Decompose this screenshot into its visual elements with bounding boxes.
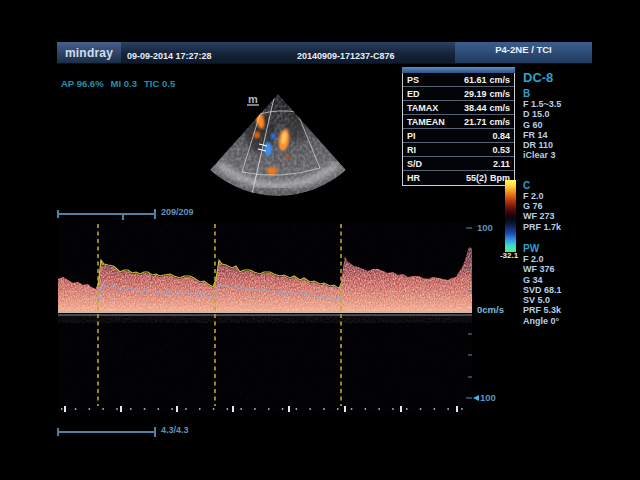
- bmode-sector: [200, 88, 360, 206]
- orientation-marker-text: m: [248, 93, 258, 105]
- datetime-label: 09-09-2014 17:27:28: [127, 51, 212, 61]
- parameter-item: G 60: [523, 120, 598, 130]
- parameter-item: SV 5.0: [523, 295, 598, 305]
- ap-value: AP 96.6%: [61, 78, 104, 89]
- measurement-row: TAMAX 38.44 cm/s: [403, 101, 514, 115]
- measurement-value: 61.61: [464, 75, 487, 85]
- parameter-item: G 34: [523, 275, 598, 285]
- measurement-value: 0.84: [492, 131, 510, 141]
- cine-track[interactable]: [58, 213, 155, 215]
- measurement-label: TAMEAN: [407, 117, 445, 127]
- measurement-row: RI 0.53: [403, 143, 514, 157]
- section-title-pw: PW: [523, 243, 598, 254]
- measurement-label: HR: [407, 173, 420, 183]
- parameter-item: iClear 3: [523, 150, 598, 160]
- probe-exam-label: P4-2NE / TCI: [495, 44, 552, 55]
- measurement-value: 2.11: [493, 159, 510, 169]
- measurement-unit: cm/s: [489, 75, 510, 85]
- measurement-row: PI 0.84: [403, 129, 514, 143]
- scale-arrow-icon: [473, 395, 479, 401]
- color-parameter-section: C F 2.0G 76WF 273PRF 1.7k: [523, 180, 598, 232]
- measurement-row: PS 61.61 cm/s: [403, 73, 514, 87]
- acoustic-output-readout: AP 96.6%MI 0.3TIC 0.5: [61, 78, 182, 89]
- measurement-unit: cm/s: [489, 89, 510, 99]
- color-velocity-bar: [505, 180, 516, 252]
- ultrasound-screen: mindray P4-2NE / TCI 09-09-2014 17:27:28…: [0, 0, 640, 480]
- background-noise: [58, 222, 472, 406]
- parameter-item: F 1.5~3.5: [523, 99, 598, 109]
- measurement-value: 29.19: [464, 89, 487, 99]
- bmode-image: m: [200, 88, 360, 206]
- parameter-item: FR 14: [523, 130, 598, 140]
- measurement-row: TAMEAN 21.71 cm/s: [403, 115, 514, 129]
- measurement-label: PS: [407, 75, 419, 85]
- measurement-label: PI: [407, 131, 416, 141]
- measurement-label: S/D: [407, 159, 422, 169]
- measurement-row: S/D 2.11: [403, 157, 514, 171]
- parameter-item: F 2.0: [523, 254, 598, 264]
- measurement-value: 55(2): [466, 173, 487, 183]
- brand-logo: mindray: [57, 42, 121, 63]
- colorbar-top-tick: -: [478, 178, 481, 188]
- velocity-scale-baseline: 0cm/s: [477, 304, 504, 315]
- parameter-item: PRF 1.7k: [523, 222, 598, 232]
- parameter-item: G 76: [523, 201, 598, 211]
- measurement-row: HR 55(2) Bpm: [403, 171, 514, 185]
- parameter-item: D 15.0: [523, 109, 598, 119]
- results-table: PS 61.61 cm/s ED 29.19 cm/s TAMAX 38.44 …: [402, 73, 515, 186]
- velocity-scale-bottom: 100: [473, 392, 496, 403]
- measurement-value: 21.71: [464, 117, 487, 127]
- sweep-time-counter: 4.3/4.3: [161, 425, 189, 435]
- velocity-scale-top: 100: [477, 222, 493, 233]
- measurement-unit: cm/s: [489, 117, 510, 127]
- sweep-track[interactable]: [58, 431, 155, 433]
- velocity-scale-bottom-value: 100: [480, 392, 496, 403]
- colorbar-scale-label: -32.1: [492, 251, 526, 260]
- brand-logo-text: mindray: [65, 46, 113, 60]
- measurement-value: 38.44: [464, 103, 487, 113]
- parameter-item: F 2.0: [523, 191, 598, 201]
- parameter-item: WF 273: [523, 211, 598, 221]
- section-title-c: C: [523, 180, 598, 191]
- measurement-unit: cm/s: [489, 103, 510, 113]
- orientation-marker: m: [247, 93, 259, 105]
- parameter-item: DR 110: [523, 140, 598, 150]
- parameter-sidebar: DC-8 B F 1.5~3.5D 15.0G 60FR 14DR 110iCl…: [523, 70, 598, 326]
- parameter-item: PRF 5.3k: [523, 305, 598, 315]
- cine-position-marker[interactable]: [122, 215, 124, 220]
- mi-value: MI 0.3: [111, 78, 137, 89]
- measurement-label: ED: [407, 89, 420, 99]
- bmode-parameter-section: B F 1.5~3.5D 15.0G 60FR 14DR 110iClear 3: [523, 88, 598, 161]
- measurement-value: 0.53: [492, 145, 510, 155]
- parameter-item: SVD 68.1: [523, 285, 598, 295]
- tic-value: TIC 0.5: [144, 78, 175, 89]
- measurement-results-panel: PS 61.61 cm/s ED 29.19 cm/s TAMAX 38.44 …: [402, 67, 515, 186]
- cine-end-tick: [154, 209, 156, 219]
- sweep-end-tick: [154, 427, 156, 437]
- probe-exam-tab[interactable]: P4-2NE / TCI: [455, 42, 592, 63]
- system-model-label: DC-8: [523, 70, 598, 85]
- measurement-row: ED 29.19 cm/s: [403, 87, 514, 101]
- measurement-label: TAMAX: [407, 103, 438, 113]
- frame-counter: 209/209: [161, 207, 194, 217]
- measurement-label: RI: [407, 145, 416, 155]
- parameter-item: WF 376: [523, 264, 598, 274]
- parameter-item: Angle 0°: [523, 316, 598, 326]
- section-title-b: B: [523, 88, 598, 99]
- pw-parameter-section: PW F 2.0WF 376G 34SVD 68.1SV 5.0PRF 5.3k…: [523, 243, 598, 326]
- pw-spectrum-display: [58, 222, 472, 414]
- exam-id-label: 20140909-171237-C876: [297, 51, 395, 61]
